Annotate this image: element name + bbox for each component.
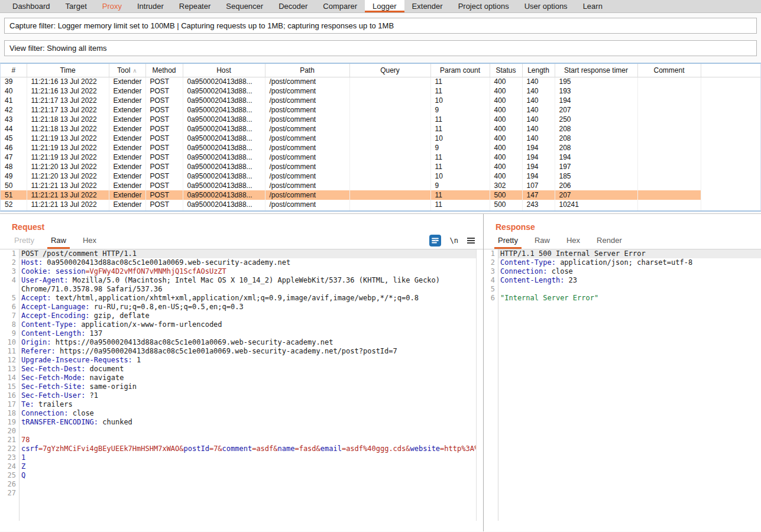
code-line: 7Accept-Encoding: gzip, deflate [0, 312, 476, 320]
line-number: 10 [0, 338, 19, 347]
code-line: 14Sec-Fetch-Mode: navigate [0, 374, 476, 382]
code-line: 1POST /post/comment HTTP/1.1 [0, 249, 476, 258]
response-tab-hex[interactable]: Hex [558, 232, 588, 249]
line-number: 5 [0, 294, 19, 303]
menu-tab-dashboard[interactable]: Dashboard [5, 0, 58, 12]
column-header-time[interactable]: Time [27, 64, 109, 77]
table-row[interactable]: 5311:21:22 13 Jul 2022ExtenderPOST0a9500… [1, 209, 760, 212]
code-line: 4User-Agent: Mozilla/5.0 (Macintosh; Int… [0, 276, 476, 294]
menu-tab-comparer[interactable]: Comparer [315, 0, 365, 12]
menu-tab-sequencer[interactable]: Sequencer [218, 0, 271, 12]
menu-tab-project-options[interactable]: Project options [451, 0, 517, 12]
code-line: 12Upgrade-Insecure-Requests: 1 [0, 356, 476, 365]
column-header-tool[interactable]: Tool∧ [109, 64, 145, 77]
line-number: 21 [0, 436, 19, 445]
code-line: 5Accept: text/html,application/xhtml+xml… [0, 294, 476, 303]
line-number: 17 [0, 400, 19, 409]
table-row[interactable]: 4311:21:18 13 Jul 2022ExtenderPOST0a9500… [1, 115, 760, 124]
line-number: 24 [0, 462, 19, 471]
code-line: 8Content-Type: application/x-www-form-ur… [0, 320, 476, 329]
code-line: 20 [0, 427, 476, 436]
menu-tab-extender[interactable]: Extender [404, 0, 451, 12]
menu-tab-learn[interactable]: Learn [575, 0, 610, 12]
code-line: 6"Internal Server Error" [484, 294, 761, 303]
table-row[interactable]: 4111:21:17 13 Jul 2022ExtenderPOST0a9500… [1, 96, 760, 105]
line-number: 26 [0, 480, 19, 489]
code-line: 2178 [0, 436, 476, 445]
table-row[interactable]: 4511:21:19 13 Jul 2022ExtenderPOST0a9500… [1, 134, 760, 143]
line-number: 12 [0, 356, 19, 365]
line-number: 18 [0, 409, 19, 418]
line-number: 5 [484, 285, 498, 294]
code-line: 10Origin: https://0a9500020413d88ac08c5c… [0, 338, 476, 347]
menu-icon[interactable] [467, 236, 475, 245]
menu-tab-target[interactable]: Target [58, 0, 95, 12]
column-header-comment[interactable]: Comment [637, 64, 701, 77]
line-number: 14 [0, 374, 19, 382]
column-header-method[interactable]: Method [145, 64, 183, 77]
column-header-start-response-timer[interactable]: Start response timer [555, 64, 637, 77]
column-header-length[interactable]: Length [522, 64, 555, 77]
request-toolbar: \n [429, 232, 483, 249]
code-line: 4Content-Length: 23 [484, 276, 761, 285]
column-header-filler [701, 64, 760, 77]
column-header-status[interactable]: Status [490, 64, 522, 77]
menu-tab-logger[interactable]: Logger [365, 0, 404, 12]
capture-filter-bar[interactable]: Capture filter: Logger memory limit set … [4, 18, 757, 34]
pretty-print-icon[interactable] [429, 235, 441, 246]
table-row[interactable]: 3911:21:16 13 Jul 2022ExtenderPOST0a9500… [1, 77, 760, 86]
column-header-path[interactable]: Path [265, 64, 349, 77]
log-table-header: #TimeTool∧MethodHostPathQueryParam count… [1, 64, 760, 77]
line-number: 6 [0, 303, 19, 312]
column-header-query[interactable]: Query [349, 64, 430, 77]
menu-tab-user-options[interactable]: User options [517, 0, 575, 12]
menu-tab-proxy[interactable]: Proxy [95, 0, 129, 12]
menu-tab-intruder[interactable]: Intruder [129, 0, 171, 12]
column-header-host[interactable]: Host [183, 64, 265, 77]
code-line: 231 [0, 453, 476, 462]
line-number: 19 [0, 418, 19, 427]
code-line: 3Cookie: session=VgFWy4D2vMfON7vMNMhjQ1S… [0, 267, 476, 276]
line-number: 22 [0, 445, 19, 453]
line-number: 15 [0, 382, 19, 391]
request-tab-raw[interactable]: Raw [43, 232, 75, 249]
response-tab-raw[interactable]: Raw [526, 232, 558, 249]
menu-tab-repeater[interactable]: Repeater [171, 0, 218, 12]
table-row[interactable]: 5111:21:21 13 Jul 2022ExtenderPOST0a9500… [1, 190, 760, 200]
column-header--[interactable]: # [1, 64, 27, 77]
table-row[interactable]: 4911:21:20 13 Jul 2022ExtenderPOST0a9500… [1, 171, 760, 181]
gutter-divider [498, 249, 498, 521]
view-filter-bar[interactable]: View filter: Showing all items [4, 40, 757, 56]
menu-tab-decoder[interactable]: Decoder [271, 0, 315, 12]
table-row[interactable]: 4211:21:17 13 Jul 2022ExtenderPOST0a9500… [1, 105, 760, 115]
response-tab-render[interactable]: Render [588, 232, 630, 249]
response-tab-pretty[interactable]: Pretty [490, 232, 526, 249]
table-row[interactable]: 4011:21:16 13 Jul 2022ExtenderPOST0a9500… [1, 86, 760, 96]
column-header-param-count[interactable]: Param count [430, 64, 490, 77]
table-row[interactable]: 4611:21:19 13 Jul 2022ExtenderPOST0a9500… [1, 143, 760, 153]
request-title: Request [12, 222, 483, 232]
table-row[interactable]: 4411:21:18 13 Jul 2022ExtenderPOST0a9500… [1, 124, 760, 134]
table-row[interactable]: 4711:21:19 13 Jul 2022ExtenderPOST0a9500… [1, 153, 760, 162]
table-row[interactable]: 5211:21:21 13 Jul 2022ExtenderPOST0a9500… [1, 200, 760, 209]
main-menu-bar: DashboardTargetProxyIntruderRepeaterSequ… [0, 0, 761, 13]
response-panel: Response PrettyRawHexRender 1HTTP/1.1 50… [484, 214, 761, 531]
request-tab-pretty[interactable]: Pretty [6, 232, 43, 249]
line-number: 4 [484, 276, 498, 285]
response-editor[interactable]: 1HTTP/1.1 500 Internal Server Error2Cont… [484, 249, 761, 521]
code-line: 1HTTP/1.1 500 Internal Server Error [484, 249, 761, 258]
code-line: 3Connection: close [484, 267, 761, 276]
log-table[interactable]: #TimeTool∧MethodHostPathQueryParam count… [0, 63, 761, 212]
request-tab-hex[interactable]: Hex [75, 232, 105, 249]
newline-icon[interactable]: \n [450, 236, 458, 245]
line-number: 4 [0, 276, 19, 294]
code-line: 13Sec-Fetch-Dest: document [0, 365, 476, 374]
code-line: 16Sec-Fetch-User: ?1 [0, 391, 476, 400]
table-row[interactable]: 4811:21:20 13 Jul 2022ExtenderPOST0a9500… [1, 162, 760, 171]
response-tabs: PrettyRawHexRender [484, 232, 761, 249]
response-title: Response [496, 222, 761, 232]
request-editor[interactable]: 1POST /post/comment HTTP/1.12Host: 0a950… [0, 249, 477, 521]
line-number: 27 [0, 489, 19, 498]
table-row[interactable]: 5011:21:21 13 Jul 2022ExtenderPOST0a9500… [1, 181, 760, 190]
line-number: 20 [0, 427, 19, 436]
